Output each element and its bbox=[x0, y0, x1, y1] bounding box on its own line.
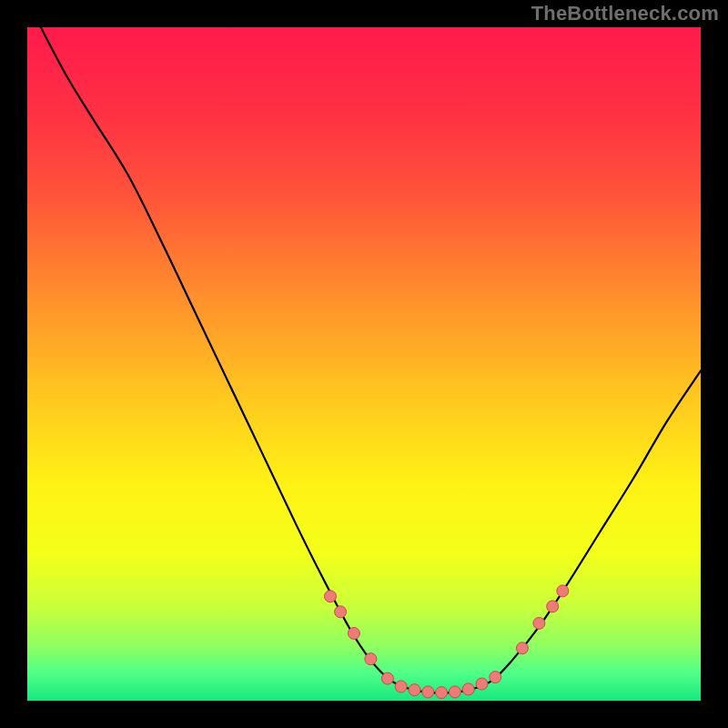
watermark-label: TheBottleneck.com bbox=[531, 2, 719, 25]
data-marker bbox=[335, 606, 347, 618]
data-marker bbox=[533, 617, 545, 629]
data-marker bbox=[449, 686, 460, 698]
data-marker bbox=[348, 628, 359, 640]
data-marker bbox=[557, 585, 569, 597]
data-marker bbox=[516, 642, 528, 654]
data-marker bbox=[325, 591, 337, 602]
data-marker bbox=[409, 684, 420, 696]
data-marker bbox=[476, 678, 488, 690]
data-marker bbox=[365, 653, 377, 665]
data-marker bbox=[490, 672, 501, 683]
data-marker bbox=[381, 672, 393, 684]
plot-background bbox=[27, 27, 701, 701]
data-marker bbox=[395, 681, 407, 693]
data-marker bbox=[462, 683, 474, 695]
data-marker bbox=[547, 601, 559, 612]
chart-container: TheBottleneck.com bbox=[0, 0, 728, 728]
bottleneck-chart bbox=[0, 0, 728, 728]
data-marker bbox=[436, 687, 448, 699]
data-marker bbox=[422, 686, 434, 698]
